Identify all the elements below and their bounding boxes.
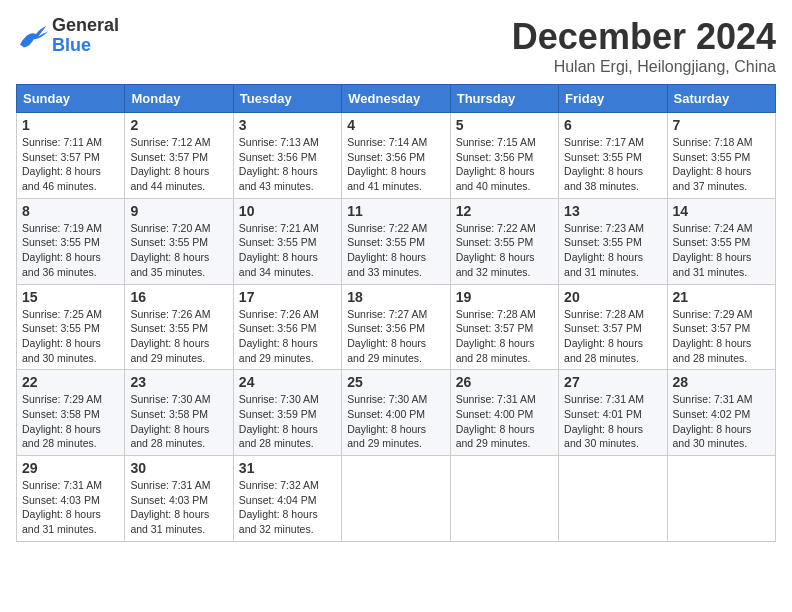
calendar-cell: 27 Sunrise: 7:31 AMSunset: 4:01 PMDaylig… [559,370,667,456]
day-number: 17 [239,289,336,305]
day-number: 28 [673,374,770,390]
day-detail: Sunrise: 7:29 AMSunset: 3:58 PMDaylight:… [22,393,102,449]
day-detail: Sunrise: 7:31 AMSunset: 4:00 PMDaylight:… [456,393,536,449]
day-detail: Sunrise: 7:25 AMSunset: 3:55 PMDaylight:… [22,308,102,364]
day-number: 5 [456,117,553,133]
calendar-cell: 25 Sunrise: 7:30 AMSunset: 4:00 PMDaylig… [342,370,450,456]
location-title: Hulan Ergi, Heilongjiang, China [512,58,776,76]
day-number: 29 [22,460,119,476]
logo-text: General Blue [52,16,119,56]
day-number: 14 [673,203,770,219]
calendar-cell: 22 Sunrise: 7:29 AMSunset: 3:58 PMDaylig… [17,370,125,456]
day-detail: Sunrise: 7:24 AMSunset: 3:55 PMDaylight:… [673,222,753,278]
day-detail: Sunrise: 7:26 AMSunset: 3:55 PMDaylight:… [130,308,210,364]
calendar-cell: 10 Sunrise: 7:21 AMSunset: 3:55 PMDaylig… [233,198,341,284]
day-number: 18 [347,289,444,305]
day-detail: Sunrise: 7:30 AMSunset: 3:59 PMDaylight:… [239,393,319,449]
day-detail: Sunrise: 7:28 AMSunset: 3:57 PMDaylight:… [564,308,644,364]
day-detail: Sunrise: 7:17 AMSunset: 3:55 PMDaylight:… [564,136,644,192]
logo-bird-icon [16,22,48,50]
day-number: 12 [456,203,553,219]
day-number: 9 [130,203,227,219]
day-detail: Sunrise: 7:31 AMSunset: 4:01 PMDaylight:… [564,393,644,449]
day-detail: Sunrise: 7:13 AMSunset: 3:56 PMDaylight:… [239,136,319,192]
calendar-cell: 21 Sunrise: 7:29 AMSunset: 3:57 PMDaylig… [667,284,775,370]
day-number: 21 [673,289,770,305]
calendar-cell: 6 Sunrise: 7:17 AMSunset: 3:55 PMDayligh… [559,113,667,199]
day-detail: Sunrise: 7:27 AMSunset: 3:56 PMDaylight:… [347,308,427,364]
day-number: 8 [22,203,119,219]
day-header-sunday: Sunday [17,85,125,113]
day-number: 13 [564,203,661,219]
day-number: 15 [22,289,119,305]
day-detail: Sunrise: 7:23 AMSunset: 3:55 PMDaylight:… [564,222,644,278]
calendar-cell: 12 Sunrise: 7:22 AMSunset: 3:55 PMDaylig… [450,198,558,284]
calendar-cell: 4 Sunrise: 7:14 AMSunset: 3:56 PMDayligh… [342,113,450,199]
day-number: 30 [130,460,227,476]
calendar-cell: 28 Sunrise: 7:31 AMSunset: 4:02 PMDaylig… [667,370,775,456]
day-number: 16 [130,289,227,305]
day-header-monday: Monday [125,85,233,113]
calendar-cell: 7 Sunrise: 7:18 AMSunset: 3:55 PMDayligh… [667,113,775,199]
day-header-saturday: Saturday [667,85,775,113]
calendar-cell: 19 Sunrise: 7:28 AMSunset: 3:57 PMDaylig… [450,284,558,370]
calendar-cell [342,456,450,542]
day-header-wednesday: Wednesday [342,85,450,113]
day-number: 3 [239,117,336,133]
day-number: 22 [22,374,119,390]
month-title: December 2024 [512,16,776,58]
calendar-week-row: 29 Sunrise: 7:31 AMSunset: 4:03 PMDaylig… [17,456,776,542]
calendar-cell: 16 Sunrise: 7:26 AMSunset: 3:55 PMDaylig… [125,284,233,370]
calendar-cell: 20 Sunrise: 7:28 AMSunset: 3:57 PMDaylig… [559,284,667,370]
day-detail: Sunrise: 7:28 AMSunset: 3:57 PMDaylight:… [456,308,536,364]
title-area: December 2024 Hulan Ergi, Heilongjiang, … [512,16,776,76]
calendar-cell: 26 Sunrise: 7:31 AMSunset: 4:00 PMDaylig… [450,370,558,456]
day-number: 2 [130,117,227,133]
calendar-week-row: 22 Sunrise: 7:29 AMSunset: 3:58 PMDaylig… [17,370,776,456]
calendar-cell: 15 Sunrise: 7:25 AMSunset: 3:55 PMDaylig… [17,284,125,370]
day-detail: Sunrise: 7:22 AMSunset: 3:55 PMDaylight:… [347,222,427,278]
day-detail: Sunrise: 7:32 AMSunset: 4:04 PMDaylight:… [239,479,319,535]
day-detail: Sunrise: 7:30 AMSunset: 3:58 PMDaylight:… [130,393,210,449]
day-number: 4 [347,117,444,133]
day-number: 25 [347,374,444,390]
day-detail: Sunrise: 7:29 AMSunset: 3:57 PMDaylight:… [673,308,753,364]
calendar-cell: 8 Sunrise: 7:19 AMSunset: 3:55 PMDayligh… [17,198,125,284]
calendar-cell [667,456,775,542]
calendar-header-row: SundayMondayTuesdayWednesdayThursdayFrid… [17,85,776,113]
day-header-tuesday: Tuesday [233,85,341,113]
day-number: 7 [673,117,770,133]
calendar-cell: 2 Sunrise: 7:12 AMSunset: 3:57 PMDayligh… [125,113,233,199]
day-number: 23 [130,374,227,390]
day-detail: Sunrise: 7:15 AMSunset: 3:56 PMDaylight:… [456,136,536,192]
day-number: 31 [239,460,336,476]
logo-blue: Blue [52,36,119,56]
calendar-cell [559,456,667,542]
day-header-friday: Friday [559,85,667,113]
day-number: 26 [456,374,553,390]
logo-general: General [52,16,119,36]
logo: General Blue [16,16,119,56]
day-detail: Sunrise: 7:11 AMSunset: 3:57 PMDaylight:… [22,136,102,192]
calendar-cell: 13 Sunrise: 7:23 AMSunset: 3:55 PMDaylig… [559,198,667,284]
calendar-table: SundayMondayTuesdayWednesdayThursdayFrid… [16,84,776,542]
calendar-cell: 18 Sunrise: 7:27 AMSunset: 3:56 PMDaylig… [342,284,450,370]
calendar-cell: 5 Sunrise: 7:15 AMSunset: 3:56 PMDayligh… [450,113,558,199]
day-number: 19 [456,289,553,305]
day-header-thursday: Thursday [450,85,558,113]
day-detail: Sunrise: 7:21 AMSunset: 3:55 PMDaylight:… [239,222,319,278]
day-detail: Sunrise: 7:30 AMSunset: 4:00 PMDaylight:… [347,393,427,449]
day-number: 10 [239,203,336,219]
calendar-cell: 17 Sunrise: 7:26 AMSunset: 3:56 PMDaylig… [233,284,341,370]
day-detail: Sunrise: 7:31 AMSunset: 4:03 PMDaylight:… [130,479,210,535]
calendar-cell: 1 Sunrise: 7:11 AMSunset: 3:57 PMDayligh… [17,113,125,199]
calendar-cell: 11 Sunrise: 7:22 AMSunset: 3:55 PMDaylig… [342,198,450,284]
day-number: 24 [239,374,336,390]
day-detail: Sunrise: 7:20 AMSunset: 3:55 PMDaylight:… [130,222,210,278]
day-detail: Sunrise: 7:31 AMSunset: 4:02 PMDaylight:… [673,393,753,449]
day-number: 11 [347,203,444,219]
day-number: 27 [564,374,661,390]
day-detail: Sunrise: 7:26 AMSunset: 3:56 PMDaylight:… [239,308,319,364]
page-header: General Blue December 2024 Hulan Ergi, H… [16,16,776,76]
day-detail: Sunrise: 7:22 AMSunset: 3:55 PMDaylight:… [456,222,536,278]
